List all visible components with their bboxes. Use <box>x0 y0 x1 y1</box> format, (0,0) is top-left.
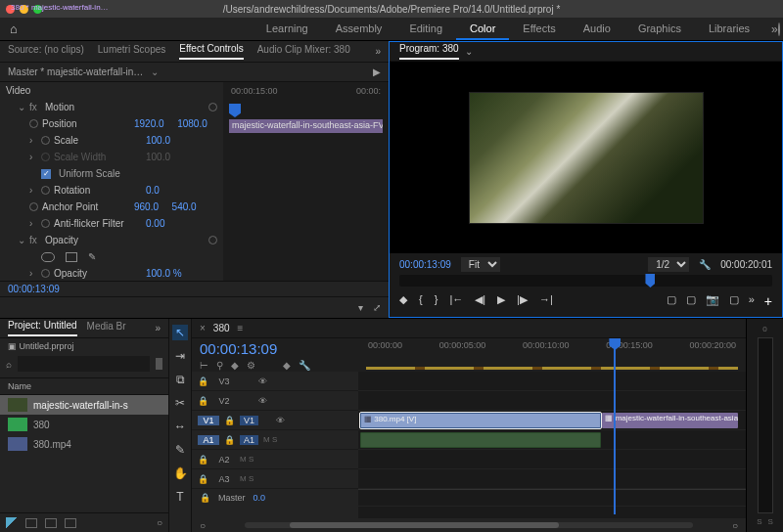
tab-audio-mixer[interactable]: Audio Clip Mixer: 380 <box>257 44 350 59</box>
video-clip[interactable]: ▦ majestic-waterfall-in-southeast-asia-F <box>602 413 738 428</box>
workspace-effects[interactable]: Effects <box>509 19 569 40</box>
workspace-assembly[interactable]: Assembly <box>322 19 396 40</box>
step-back-icon[interactable]: ◀| <box>475 293 485 309</box>
motion-label[interactable]: Motion <box>45 102 133 112</box>
project-item[interactable]: 380.mp4 <box>0 434 168 454</box>
icon-view-icon[interactable] <box>45 518 57 528</box>
track-v2[interactable]: V2 <box>213 396 235 406</box>
track-area[interactable]: ▦ 380.mp4 [V] ▦ majestic-waterfall-in-so… <box>358 372 746 518</box>
hand-tool[interactable]: ✋ <box>172 466 188 481</box>
flicker-value[interactable]: 0.00 <box>146 218 164 229</box>
stopwatch-icon[interactable] <box>41 269 50 278</box>
lift-icon[interactable]: ▢ <box>667 293 676 309</box>
eye-icon[interactable]: 👁 <box>276 416 285 425</box>
reset-icon[interactable] <box>208 103 217 111</box>
workspace-learning[interactable]: Learning <box>253 19 322 40</box>
wrench-icon[interactable]: 🔧 <box>299 360 310 371</box>
scale-value[interactable]: 100.0 <box>146 135 170 146</box>
razor-tool[interactable]: ✂ <box>172 395 188 411</box>
stopwatch-icon[interactable] <box>41 219 50 228</box>
eye-icon[interactable]: 👁 <box>258 377 267 386</box>
workspace-libraries[interactable]: Libraries <box>695 19 763 40</box>
mask-rect-icon[interactable] <box>66 252 77 262</box>
step-fwd-icon[interactable]: |▶ <box>517 293 528 309</box>
tabs-overflow-icon[interactable]: » <box>155 323 161 333</box>
ec-current-timecode[interactable]: 00:00:13:09 <box>0 281 389 296</box>
stopwatch-icon[interactable] <box>29 202 38 211</box>
program-viewer[interactable] <box>390 62 782 253</box>
link-icon[interactable]: ⚲ <box>216 360 223 371</box>
zoom-handle[interactable] <box>290 522 559 528</box>
lock-icon[interactable]: 🔒 <box>224 416 235 425</box>
wrench-icon[interactable]: 🔧 <box>699 259 711 270</box>
workspace-color[interactable]: Color <box>456 19 509 40</box>
mute-solo[interactable]: M S <box>240 474 253 483</box>
anchor-y[interactable]: 540.0 <box>172 201 197 212</box>
mute-solo[interactable]: M S <box>263 435 277 444</box>
lock-icon[interactable]: 🔒 <box>200 493 210 503</box>
solo-r[interactable]: S <box>768 517 773 526</box>
ec-playhead[interactable] <box>229 104 241 117</box>
project-item[interactable]: majestic-waterfall-in-s <box>0 395 168 415</box>
source-a1[interactable]: A1 <box>198 435 219 445</box>
export-frame-icon[interactable]: 📷 <box>706 293 719 309</box>
disclosure-icon[interactable]: ⌄ <box>18 102 25 112</box>
stopwatch-icon[interactable] <box>41 186 50 195</box>
track-v3[interactable]: V3 <box>213 377 235 386</box>
disclosure-icon[interactable]: › <box>29 135 37 146</box>
tab-media-browser[interactable]: Media Br <box>87 321 126 335</box>
folder-icon[interactable] <box>156 358 162 370</box>
lock-icon[interactable]: 🔒 <box>198 396 208 406</box>
workspace-graphics[interactable]: Graphics <box>624 19 695 40</box>
pen-icon[interactable] <box>6 517 18 529</box>
disclosure-icon[interactable]: › <box>29 218 37 229</box>
freeform-view-icon[interactable] <box>65 518 76 528</box>
tab-lumetri-scopes[interactable]: Lumetri Scopes <box>98 44 165 59</box>
opacity-label[interactable]: Opacity <box>45 235 133 245</box>
workspace-overflow-icon[interactable]: » <box>771 22 778 36</box>
search-icon[interactable] <box>778 22 780 36</box>
ripple-tool[interactable]: ⧉ <box>172 372 188 387</box>
track-select-tool[interactable]: ⇥ <box>172 348 188 364</box>
expand-icon[interactable]: ⤢ <box>373 302 381 313</box>
project-search-input[interactable] <box>18 356 150 372</box>
program-timecode[interactable]: 00:00:13:09 <box>399 259 451 270</box>
track-v1[interactable]: V1 <box>240 416 258 425</box>
workspace-audio[interactable]: Audio <box>570 19 624 40</box>
stopwatch-icon[interactable] <box>29 119 38 128</box>
tab-project[interactable]: Project: Untitled <box>8 320 77 336</box>
timeline-ruler[interactable]: 00:00:00 00:00:05:00 00:00:10:00 00:00:1… <box>358 338 746 372</box>
timeline-timecode[interactable]: 00:00:13:09 <box>200 340 350 357</box>
ec-master-clip[interactable]: Master * majestic-waterfall-in… <box>8 66 143 77</box>
tabs-overflow-icon[interactable]: » <box>375 46 381 57</box>
mask-ellipse-icon[interactable] <box>41 252 55 262</box>
lock-icon[interactable]: 🔒 <box>198 474 208 484</box>
timeline-playhead[interactable] <box>614 338 616 514</box>
program-scrubber[interactable] <box>399 275 772 287</box>
lock-icon[interactable]: 🔒 <box>198 377 208 386</box>
tab-source[interactable]: Source: (no clips) <box>8 44 84 59</box>
project-item[interactable]: 380 <box>0 415 168 434</box>
chevron-down-icon[interactable]: ⌄ <box>465 46 473 57</box>
track-a2[interactable]: A2 <box>213 455 235 465</box>
slip-tool[interactable]: ↔ <box>172 419 188 434</box>
audio-clip[interactable] <box>360 432 601 448</box>
track-a3[interactable]: A3 <box>213 474 235 484</box>
tab-effect-controls[interactable]: Effect Controls <box>179 43 243 60</box>
work-area-bar[interactable] <box>366 367 738 370</box>
master-value[interactable]: 0.0 <box>253 493 266 503</box>
disclosure-icon[interactable]: › <box>29 185 37 196</box>
mask-pen-icon[interactable]: ✎ <box>88 251 96 262</box>
zoom-scrollbar[interactable] <box>245 522 693 528</box>
marker-icon[interactable]: ◆ <box>231 360 239 371</box>
lock-icon[interactable]: 🔒 <box>198 455 208 465</box>
anchor-x[interactable]: 960.0 <box>134 201 159 212</box>
disclosure-icon[interactable]: ⌄ <box>18 235 25 245</box>
position-x[interactable]: 1920.0 <box>134 118 164 129</box>
pen-tool[interactable]: ✎ <box>172 442 188 458</box>
snap-icon[interactable]: ⊢ <box>200 360 208 371</box>
list-view-icon[interactable] <box>25 518 37 528</box>
add-button-icon[interactable]: + <box>764 293 772 309</box>
source-v1[interactable]: V1 <box>198 416 219 425</box>
track-a1[interactable]: A1 <box>240 435 258 445</box>
